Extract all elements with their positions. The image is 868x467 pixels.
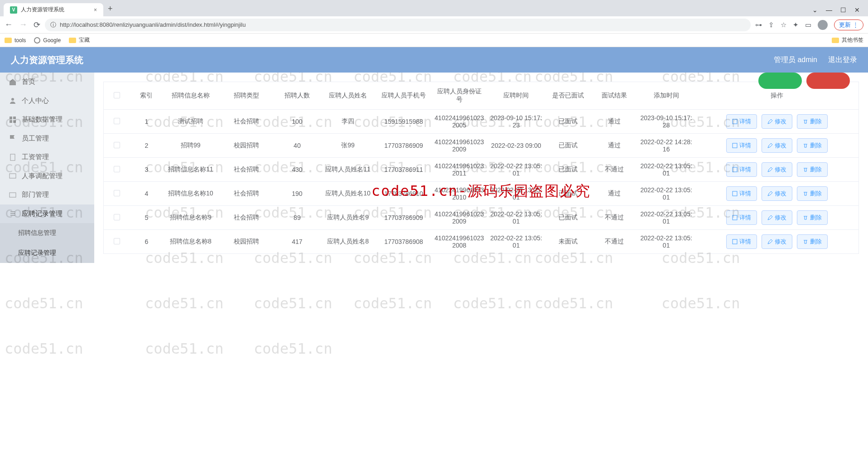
detail-icon: [732, 119, 738, 124]
browser-tab[interactable]: V 人力资源管理系统 ×: [4, 3, 103, 16]
delete-button[interactable]: 删除: [797, 162, 828, 177]
detail-button[interactable]: 详情: [726, 162, 757, 177]
chevron-down-icon[interactable]: ⌄: [812, 6, 818, 14]
cell-index: 3: [130, 158, 163, 182]
sidebar-item-employee[interactable]: 员工管理: [0, 129, 94, 148]
add-button[interactable]: [758, 73, 802, 89]
svg-rect-2: [13, 117, 16, 119]
sidebar-item-salary[interactable]: 工资管理: [0, 148, 94, 167]
row-checkbox[interactable]: [114, 214, 120, 220]
th-jobname: 招聘信息名称: [163, 82, 218, 110]
bookmark-tools[interactable]: tools: [5, 37, 26, 44]
cell-interviewed: 已面试: [545, 110, 592, 134]
bookmark-treasure[interactable]: 宝藏: [69, 36, 90, 44]
back-icon[interactable]: ←: [5, 20, 13, 30]
cell-apply-time: 2023-09-10 15:17:23: [487, 110, 545, 134]
row-checkbox[interactable]: [114, 118, 120, 124]
cell-applicant-name: 应聘人员姓名9: [320, 206, 376, 230]
cell-add-time: 2022-02-22 13:05:01: [637, 182, 695, 206]
user-label[interactable]: 管理员 admin: [774, 55, 817, 65]
forward-icon[interactable]: →: [19, 20, 27, 30]
svg-rect-4: [13, 120, 16, 123]
sidebar-item-label: 人事调配管理: [22, 172, 63, 180]
cell-idno: 41022419961023 2005: [431, 110, 487, 134]
cell-phone: 17703786909: [376, 206, 432, 230]
sidebar-item-application[interactable]: 应聘记录管理: [0, 204, 94, 224]
edit-icon: [767, 119, 773, 124]
share-icon[interactable]: ⇪: [768, 21, 774, 29]
edit-icon: [767, 167, 773, 172]
submenu-job-info[interactable]: 招聘信息管理: [0, 223, 94, 243]
delete-button[interactable]: 删除: [797, 210, 828, 225]
cell-idno: 41022419961023 2010: [431, 182, 487, 206]
edit-button[interactable]: 修改: [762, 138, 792, 153]
detail-button[interactable]: 详情: [726, 186, 757, 201]
row-checkbox[interactable]: [114, 190, 120, 196]
close-tab-icon[interactable]: ×: [94, 7, 97, 13]
edit-button[interactable]: 修改: [762, 210, 792, 225]
cell-index: 2: [130, 134, 163, 158]
cell-headcount: 430: [274, 158, 320, 182]
detail-button[interactable]: 详情: [726, 138, 757, 153]
sidebar-item-basedata[interactable]: 基础数据管理: [0, 110, 94, 129]
svg-rect-5: [10, 154, 15, 161]
edit-button[interactable]: 修改: [762, 186, 792, 201]
home-icon: [9, 78, 16, 86]
edit-button[interactable]: 修改: [762, 114, 792, 129]
cell-index: 5: [130, 206, 163, 230]
cell-headcount: 417: [274, 230, 320, 254]
sidebar-item-label: 员工管理: [22, 134, 49, 143]
bookmarks-bar: tools Google 宝藏 其他书签: [0, 34, 868, 47]
close-window-icon[interactable]: ✕: [854, 6, 860, 14]
delete-button[interactable]: 删除: [797, 138, 828, 153]
grid-icon: [9, 116, 16, 123]
detail-button[interactable]: 详情: [726, 234, 757, 249]
delete-button[interactable]: 删除: [797, 186, 828, 201]
detail-button[interactable]: 详情: [726, 210, 757, 225]
logout-link[interactable]: 退出登录: [828, 55, 857, 65]
url-field[interactable]: ⓘ http://localhost:8080/renliziyuanguanl…: [45, 19, 751, 31]
reload-icon[interactable]: ⟳: [34, 20, 40, 30]
sidebar-item-profile[interactable]: 个人中心: [0, 92, 94, 111]
reading-list-icon[interactable]: ▭: [805, 21, 811, 29]
new-tab-button[interactable]: +: [103, 1, 117, 16]
sidebar-item-home[interactable]: 首页: [0, 73, 94, 92]
row-checkbox[interactable]: [114, 238, 120, 244]
delete-selected-button[interactable]: [806, 73, 850, 89]
edit-button[interactable]: 修改: [762, 162, 792, 177]
update-button[interactable]: 更新 ⋮: [834, 19, 863, 30]
bookmark-other[interactable]: 其他书签: [832, 36, 863, 44]
delete-button[interactable]: 删除: [797, 234, 828, 249]
cell-add-time: 2022-02-22 14:28:16: [637, 134, 695, 158]
app-title: 人力资源管理系统: [11, 54, 83, 66]
cell-jobtype: 社会招聘: [218, 206, 274, 230]
profile-avatar[interactable]: [818, 20, 828, 30]
star-icon[interactable]: ☆: [781, 21, 786, 29]
bookmark-google[interactable]: Google: [34, 37, 61, 44]
sidebar-item-transfer[interactable]: 人事调配管理: [0, 167, 94, 186]
extensions-icon[interactable]: ✦: [793, 21, 799, 29]
delete-button[interactable]: 删除: [797, 114, 828, 129]
cell-headcount: 40: [274, 134, 320, 158]
detail-button[interactable]: 详情: [726, 114, 757, 129]
row-checkbox[interactable]: [114, 142, 120, 148]
cell-phone: 17703786909: [376, 134, 432, 158]
cell-add-time: 2022-02-22 13:05:01: [637, 206, 695, 230]
th-headcount: 招聘人数: [274, 82, 320, 110]
minimize-icon[interactable]: —: [826, 6, 832, 14]
sidebar-item-department[interactable]: 部门管理: [0, 185, 94, 204]
svg-rect-11: [733, 191, 737, 196]
select-all-checkbox[interactable]: [114, 92, 120, 98]
list-icon: [9, 210, 16, 217]
key-icon[interactable]: ⊶: [755, 21, 762, 29]
row-checkbox[interactable]: [114, 166, 120, 172]
table-row: 4 招聘信息名称10 社会招聘 190 应聘人员姓名10 17703786910…: [104, 182, 859, 206]
folder-icon: [9, 191, 16, 199]
maximize-icon[interactable]: ☐: [840, 6, 846, 14]
browser-address-bar: ← → ⟳ ⓘ http://localhost:8080/renliziyua…: [0, 16, 868, 34]
table-row: 2 招聘99 校园招聘 40 张99 17703786909 410224199…: [104, 134, 859, 158]
submenu-application-record[interactable]: 应聘记录管理: [0, 243, 94, 263]
cell-jobname: 招聘99: [163, 134, 218, 158]
detail-icon: [732, 143, 738, 148]
edit-button[interactable]: 修改: [762, 234, 792, 249]
